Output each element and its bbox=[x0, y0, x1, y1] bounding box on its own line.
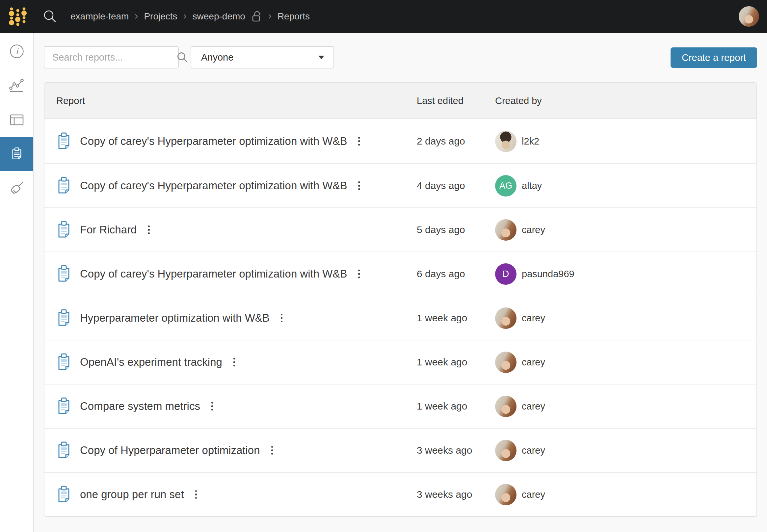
chevron-right-icon bbox=[135, 14, 138, 19]
reports-table-header: Report Last edited Created by bbox=[44, 83, 756, 119]
user-avatar[interactable] bbox=[739, 6, 759, 27]
report-title[interactable]: Copy of carey's Hyperparameter optimizat… bbox=[80, 268, 347, 280]
reports-page: Anyone Create a report Report Last edite… bbox=[34, 33, 767, 532]
row-menu-kebab-icon[interactable] bbox=[356, 135, 362, 148]
sidebar-item-charts[interactable] bbox=[0, 68, 33, 103]
creator-avatar[interactable] bbox=[495, 219, 516, 241]
creator-name[interactable]: carey bbox=[522, 313, 545, 324]
creator-name[interactable]: pasunda969 bbox=[522, 269, 574, 279]
report-title-cell: Copy of carey's Hyperparameter optimizat… bbox=[56, 176, 417, 195]
create-report-button[interactable]: Create a report bbox=[671, 47, 757, 68]
creator-avatar[interactable]: AG bbox=[495, 175, 516, 197]
report-search-input[interactable] bbox=[52, 52, 176, 63]
sidebar-item-overview[interactable]: i bbox=[0, 34, 33, 68]
report-clipboard-icon bbox=[56, 397, 71, 416]
breadcrumb-page[interactable]: Reports bbox=[278, 11, 310, 22]
table-icon bbox=[9, 112, 24, 127]
sidebar-item-sweeps[interactable] bbox=[0, 171, 33, 205]
report-title[interactable]: OpenAI's experiment tracking bbox=[80, 356, 222, 368]
report-title-cell: Hyperparameter optimization with W&B bbox=[56, 308, 417, 328]
creator-avatar[interactable] bbox=[495, 307, 516, 329]
creator-cell: carey bbox=[495, 352, 745, 373]
report-row[interactable]: For Richard 5 days ago carey bbox=[44, 207, 756, 252]
row-menu-kebab-icon[interactable] bbox=[209, 400, 215, 413]
creator-cell: carey bbox=[495, 396, 745, 417]
creator-cell: D pasunda969 bbox=[495, 263, 745, 285]
breadcrumb-team[interactable]: example-team bbox=[70, 11, 129, 22]
report-row[interactable]: Hyperparameter optimization with W&B 1 w… bbox=[44, 296, 756, 340]
report-title[interactable]: For Richard bbox=[80, 224, 137, 236]
last-edited: 3 weeks ago bbox=[417, 489, 495, 500]
creator-avatar[interactable] bbox=[495, 484, 516, 505]
creator-name[interactable]: carey bbox=[522, 445, 545, 456]
wandb-logo[interactable] bbox=[9, 6, 27, 27]
row-menu-kebab-icon[interactable] bbox=[356, 179, 362, 192]
last-edited: 1 week ago bbox=[417, 357, 495, 368]
last-edited: 3 weeks ago bbox=[417, 445, 495, 456]
report-title-cell: Copy of carey's Hyperparameter optimizat… bbox=[56, 264, 417, 283]
row-menu-kebab-icon[interactable] bbox=[231, 356, 237, 369]
creator-name[interactable]: l2k2 bbox=[522, 136, 539, 147]
report-clipboard-icon bbox=[56, 441, 71, 460]
report-title-cell: one group per run set bbox=[56, 485, 417, 504]
report-title-cell: Copy of carey's Hyperparameter optimizat… bbox=[56, 132, 417, 151]
row-menu-kebab-icon[interactable] bbox=[269, 444, 275, 457]
creator-cell: carey bbox=[495, 219, 745, 241]
report-search bbox=[44, 46, 179, 68]
report-table-body: Copy of carey's Hyperparameter optimizat… bbox=[44, 119, 756, 516]
report-clipboard-icon bbox=[56, 264, 71, 283]
row-menu-kebab-icon[interactable] bbox=[279, 312, 285, 325]
creator-filter-value: Anyone bbox=[201, 52, 233, 63]
creator-filter-dropdown[interactable]: Anyone bbox=[191, 46, 334, 68]
breadcrumb: example-team Projects sweep-demo Reports bbox=[70, 11, 310, 22]
row-menu-kebab-icon[interactable] bbox=[146, 224, 152, 236]
last-edited: 1 week ago bbox=[417, 312, 495, 324]
breadcrumb-projects[interactable]: Projects bbox=[144, 11, 177, 22]
project-sidebar: i bbox=[0, 33, 34, 532]
report-title[interactable]: Hyperparameter optimization with W&B bbox=[80, 312, 270, 324]
report-title-cell: Copy of Hyperparameter optimization bbox=[56, 441, 417, 460]
report-clipboard-icon bbox=[56, 485, 71, 504]
creator-name[interactable]: altay bbox=[522, 180, 542, 191]
report-row[interactable]: OpenAI's experiment tracking 1 week ago … bbox=[44, 340, 756, 384]
unlock-icon[interactable] bbox=[252, 11, 262, 22]
creator-name[interactable]: carey bbox=[522, 401, 545, 412]
creator-cell: carey bbox=[495, 484, 745, 505]
creator-avatar[interactable] bbox=[495, 352, 516, 373]
report-row[interactable]: Copy of carey's Hyperparameter optimizat… bbox=[44, 252, 756, 296]
line-chart-icon bbox=[9, 78, 24, 93]
report-title[interactable]: one group per run set bbox=[80, 488, 184, 501]
creator-avatar[interactable] bbox=[495, 131, 516, 152]
report-row[interactable]: Compare system metrics 1 week ago carey bbox=[44, 384, 756, 428]
row-menu-kebab-icon[interactable] bbox=[356, 268, 362, 280]
column-header-report: Report bbox=[56, 95, 417, 106]
last-edited: 6 days ago bbox=[417, 268, 495, 279]
last-edited: 4 days ago bbox=[417, 180, 495, 191]
breadcrumb-project[interactable]: sweep-demo bbox=[193, 11, 245, 22]
creator-avatar[interactable]: D bbox=[495, 263, 516, 285]
creator-name[interactable]: carey bbox=[522, 357, 545, 368]
report-row[interactable]: Copy of carey's Hyperparameter optimizat… bbox=[44, 119, 756, 163]
search-icon[interactable] bbox=[43, 9, 57, 24]
sidebar-item-table[interactable] bbox=[0, 103, 33, 137]
report-title[interactable]: Copy of carey's Hyperparameter optimizat… bbox=[80, 179, 347, 192]
report-title[interactable]: Compare system metrics bbox=[80, 400, 200, 412]
report-title[interactable]: Copy of Hyperparameter optimization bbox=[80, 444, 260, 457]
report-row[interactable]: Copy of Hyperparameter optimization 3 we… bbox=[44, 428, 756, 472]
creator-name[interactable]: carey bbox=[522, 489, 545, 500]
column-header-last-edited: Last edited bbox=[417, 95, 495, 106]
report-title[interactable]: Copy of carey's Hyperparameter optimizat… bbox=[80, 135, 347, 147]
row-menu-kebab-icon[interactable] bbox=[193, 488, 199, 501]
creator-avatar[interactable] bbox=[495, 440, 516, 461]
last-edited: 5 days ago bbox=[417, 224, 495, 235]
report-row[interactable]: Copy of carey's Hyperparameter optimizat… bbox=[44, 163, 756, 207]
creator-avatar[interactable] bbox=[495, 396, 516, 417]
report-clipboard-icon bbox=[56, 308, 71, 328]
report-clipboard-icon bbox=[56, 132, 71, 151]
report-clipboard-icon bbox=[56, 220, 71, 239]
sidebar-item-reports[interactable] bbox=[0, 137, 33, 171]
creator-name[interactable]: carey bbox=[522, 225, 545, 235]
search-icon[interactable] bbox=[176, 51, 188, 63]
report-title-cell: Compare system metrics bbox=[56, 397, 417, 416]
report-row[interactable]: one group per run set 3 weeks ago carey bbox=[44, 472, 756, 516]
